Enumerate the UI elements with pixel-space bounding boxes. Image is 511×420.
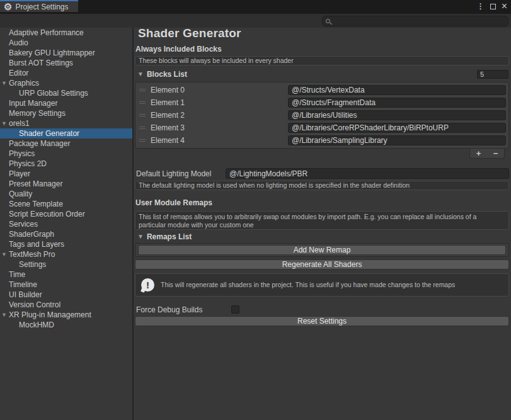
sidebar-item-ui-builder[interactable]: UI Builder [0, 290, 132, 300]
sidebar-item-label: UI Builder [0, 290, 42, 299]
foldout-triangle-icon[interactable]: ▼ [1, 312, 7, 318]
sidebar-item-label: Bakery GPU Lightmapper [0, 48, 95, 57]
sidebar-item-label: Timeline [0, 280, 37, 289]
foldout-triangle-icon[interactable]: ▼ [1, 81, 7, 86]
sidebar-item-shadergraph[interactable]: ShaderGraph [0, 229, 132, 239]
reset-settings-button[interactable]: Reset Settings [135, 316, 509, 326]
sidebar-item-mockhmd[interactable]: MockHMD [0, 320, 132, 330]
sidebar-item-label: Editor [0, 69, 28, 77]
sidebar-item-time[interactable]: Time [0, 270, 132, 280]
sidebar-item-label: ShaderGraph [0, 230, 54, 239]
sidebar-item-textmesh-pro[interactable]: ▼TextMesh Pro [0, 249, 132, 259]
remaps-list-label: Remaps List [147, 232, 192, 241]
drag-handle-icon[interactable] [138, 101, 148, 104]
sidebar-item-orels1[interactable]: ▼orels1 [0, 118, 132, 128]
element-value-field[interactable]: @/Libraries/CoreRPShaderLibrary/BiRPtoUR… [288, 123, 506, 133]
sidebar-item-label: Physics [0, 149, 35, 158]
foldout-triangle-icon[interactable]: ▼ [1, 252, 7, 258]
sidebar-item-xr-plug-in-management[interactable]: ▼XR Plug-in Management [0, 310, 132, 320]
blocks-list: Element 0@/Structs/VertexDataElement 1@/… [135, 82, 509, 149]
search-box[interactable] [322, 16, 508, 26]
lighting-model-field[interactable]: @/LightingModels/PBR [226, 168, 509, 179]
sidebar-item-tags-and-layers[interactable]: Tags and Layers [0, 239, 132, 249]
add-new-remap-button[interactable]: Add New Remap [138, 245, 506, 255]
sidebar-item-label: MockHMD [0, 321, 54, 329]
sidebar-item-label: Package Manager [0, 139, 70, 148]
foldout-triangle-icon[interactable]: ▼ [137, 71, 144, 77]
sidebar-item-timeline[interactable]: Timeline [0, 280, 132, 290]
sidebar-item-urp-global-settings[interactable]: URP Global Settings [0, 88, 132, 98]
sidebar-item-label: Audio [0, 38, 28, 47]
sidebar-item-bakery-gpu-lightmapper[interactable]: Bakery GPU Lightmapper [0, 48, 132, 58]
sidebar-item-graphics[interactable]: ▼Graphics [0, 78, 132, 88]
element-label: Element 0 [151, 86, 288, 94]
sidebar-item-adaptive-performance[interactable]: Adaptive Performance [0, 28, 132, 38]
sidebar-item-label: Settings [0, 260, 46, 269]
sidebar-item-script-execution-order[interactable]: Script Execution Order [0, 209, 132, 219]
foldout-triangle-icon[interactable]: ▼ [137, 234, 144, 240]
add-element-button[interactable]: + [476, 149, 481, 157]
search-input[interactable] [330, 18, 500, 25]
remaps-help: This list of remaps allows you to arbitr… [135, 211, 509, 230]
drag-handle-icon[interactable] [138, 114, 148, 116]
blocks-list-count[interactable]: 5 [477, 70, 508, 79]
element-value-field[interactable]: @/Libraries/SamplingLibrary [288, 135, 506, 145]
sidebar-item-quality[interactable]: Quality [0, 189, 132, 199]
blocks-list-label: Blocks List [147, 70, 187, 79]
sidebar-item-shader-generator[interactable]: Shader Generator [0, 128, 132, 139]
element-label: Element 3 [151, 123, 288, 132]
remaps-list-header[interactable]: ▼ Remaps List [135, 232, 509, 242]
sidebar-item-player[interactable]: Player [0, 169, 132, 179]
sidebar-item-input-manager[interactable]: Input Manager [0, 98, 132, 108]
page-title: Shader Generator [138, 26, 509, 40]
sidebar-item-audio[interactable]: Audio [0, 38, 132, 48]
sidebar-item-label: Burst AOT Settings [0, 59, 73, 67]
regenerate-info-box: This will regenerate all shaders in the … [135, 273, 509, 297]
sidebar-item-label: Physics 2D [0, 159, 47, 168]
sidebar-item-label: Shader Generator [0, 129, 79, 138]
sidebar-item-label: Preset Manager [0, 179, 62, 188]
drag-handle-icon[interactable] [138, 139, 148, 142]
main-panel: Shader Generator Always Included Blocks … [134, 28, 511, 420]
maximize-icon[interactable] [490, 4, 496, 9]
sidebar-item-label: Script Execution Order [0, 210, 85, 219]
remove-element-button[interactable]: − [493, 149, 498, 157]
force-debug-checkbox[interactable] [231, 305, 239, 314]
sidebar-item-preset-manager[interactable]: Preset Manager [0, 179, 132, 189]
foldout-triangle-icon[interactable]: ▼ [1, 121, 7, 127]
sidebar-item-memory-settings[interactable]: Memory Settings [0, 108, 132, 118]
sidebar-item-label: Tags and Layers [0, 240, 64, 249]
always-included-help: These blocks will always be included in … [135, 56, 509, 65]
sidebar-item-package-manager[interactable]: Package Manager [0, 139, 132, 149]
sidebar-item-physics[interactable]: Physics [0, 149, 132, 159]
element-row: Element 0@/Structs/VertexData [135, 84, 508, 96]
sidebar-item-label: Version Control [0, 300, 60, 309]
element-value-field[interactable]: @/Libraries/Utilities [288, 110, 506, 120]
sidebar-item-label: Input Manager [0, 99, 57, 108]
sidebar-item-burst-aot-settings[interactable]: Burst AOT Settings [0, 58, 132, 68]
element-row: Element 2@/Libraries/Utilities [135, 109, 508, 122]
window-title: Project Settings [15, 3, 68, 11]
project-settings-tab[interactable]: ⚙ Project Settings [0, 0, 78, 12]
sidebar: Adaptive PerformanceAudioBakery GPU Ligh… [0, 28, 134, 420]
menu-icon[interactable]: ⋮ [477, 2, 485, 11]
sidebar-item-services[interactable]: Services [0, 219, 132, 229]
element-label: Element 1 [151, 98, 288, 107]
remaps-list: Add New Remap [135, 243, 509, 257]
sidebar-item-physics-2d[interactable]: Physics 2D [0, 159, 132, 169]
drag-handle-icon[interactable] [138, 89, 148, 91]
regenerate-all-shaders-button[interactable]: Regenerate All Shaders [135, 259, 509, 270]
drag-handle-icon[interactable] [138, 127, 148, 129]
sidebar-item-label: XR Plug-in Management [0, 310, 91, 319]
element-value-field[interactable]: @/Structs/VertexData [288, 85, 506, 95]
search-icon [326, 19, 330, 23]
element-value-field[interactable]: @/Structs/FragmentData [288, 98, 506, 108]
sidebar-item-settings[interactable]: Settings [0, 259, 132, 270]
sidebar-item-version-control[interactable]: Version Control [0, 300, 132, 310]
user-module-remaps-heading: User Module Remaps [135, 198, 509, 207]
sidebar-item-editor[interactable]: Editor [0, 68, 132, 78]
element-row: Element 3@/Libraries/CoreRPShaderLibrary… [135, 122, 508, 134]
close-icon[interactable]: × [502, 2, 507, 11]
blocks-list-header[interactable]: ▼ Blocks List 5 [135, 69, 509, 79]
sidebar-item-scene-template[interactable]: Scene Template [0, 199, 132, 209]
